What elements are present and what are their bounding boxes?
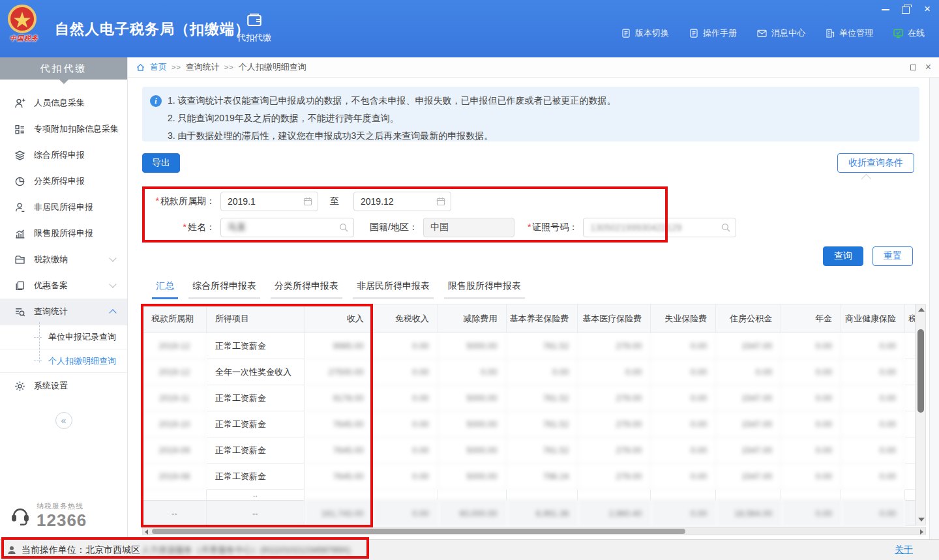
sidebar-item-restricted-stock[interactable]: 限售股所得申报	[0, 220, 127, 246]
panel-close-icon[interactable]: ×	[925, 63, 931, 72]
about-link[interactable]: 关于	[895, 544, 913, 556]
amount-cell: 1547.00	[716, 385, 781, 411]
sidebar-item-tax-payment[interactable]: 税款缴纳	[0, 246, 127, 273]
sidebar-subitem-unit-declaration-query[interactable]: 单位申报记录查询	[0, 325, 127, 349]
partial-cell	[305, 490, 373, 500]
partial-cell	[373, 490, 438, 500]
restore-icon[interactable]	[901, 4, 912, 14]
amount-cell: 5000.00	[438, 411, 507, 437]
amount-cell: 279.00	[578, 411, 651, 437]
scroll-up-icon[interactable]	[918, 308, 925, 312]
id-number-field[interactable]	[583, 218, 736, 237]
menu-unit-management[interactable]: 单位管理	[825, 27, 873, 39]
breadcrumb-home[interactable]: 首页	[150, 61, 167, 73]
income-item-cell: 正常工资薪金	[207, 333, 305, 359]
sidebar-item-personnel-info[interactable]: 人员信息采集	[0, 90, 127, 116]
breadcrumb-item: 查询统计	[186, 61, 220, 73]
export-button[interactable]: 导出	[142, 153, 180, 173]
table-row[interactable]: 2019-10正常工资薪金7645.000.005000.00761.52279…	[143, 411, 916, 437]
income-item-cell: 正常工资薪金	[207, 437, 305, 464]
calendar-icon[interactable]	[436, 196, 446, 207]
period-from-field[interactable]	[220, 192, 318, 211]
table-row[interactable]: 2019-09正常工资薪金7645.000.005000.00761.52279…	[143, 437, 916, 464]
minimize-icon[interactable]	[880, 4, 891, 14]
wallet-icon	[246, 12, 263, 27]
sidebar-item-label: 专项附加扣除信息采集	[34, 123, 119, 135]
sidebar-item-system-settings[interactable]: 系统设置	[0, 373, 127, 399]
menu-manual[interactable]: 操作手册	[689, 27, 737, 39]
sidebar-item-label: 非居民所得申报	[34, 201, 93, 213]
horizontal-scroll-thumb[interactable]	[152, 529, 685, 534]
period-label: *税款所属期：	[142, 196, 215, 207]
home-icon[interactable]	[136, 63, 145, 72]
amount-cell: 1547.00	[716, 333, 781, 359]
scroll-down-icon[interactable]	[918, 518, 925, 522]
amount-cell: 0.00	[651, 385, 716, 411]
amount-cell: 1547.00	[716, 411, 781, 437]
sidebar-item-preferential-filing[interactable]: 优惠备案	[0, 273, 127, 299]
nav-tab-label: 代扣代缴	[230, 32, 279, 44]
nav-tab-daikoudaijiao[interactable]: 代扣代缴	[230, 12, 279, 44]
scroll-left-icon[interactable]	[145, 529, 148, 535]
sidebar-subitem-label: 个人扣缴明细查询	[48, 355, 116, 367]
panel-maximize-icon[interactable]	[910, 65, 916, 70]
search-list-icon	[14, 306, 25, 317]
sidebar-item-nonresident-income[interactable]: 非居民所得申报	[0, 194, 127, 220]
vertical-scroll-thumb[interactable]	[917, 329, 924, 413]
sidebar-item-query-statistics[interactable]: 查询统计	[0, 299, 127, 325]
table-body: 2019-12正常工资薪金9985.000.005000.00761.52279…	[143, 333, 916, 526]
sidebar-item-special-deduction[interactable]: 专项附加扣除信息采集	[0, 116, 127, 142]
table-horizontal-scrollbar[interactable]	[142, 527, 926, 535]
scroll-right-icon[interactable]	[920, 529, 923, 535]
sidebar-item-label: 限售股所得申报	[34, 228, 93, 239]
search-icon[interactable]	[721, 222, 731, 233]
page-scrollbar-strip[interactable]	[929, 78, 939, 539]
query-button[interactable]: 查询	[823, 246, 863, 266]
close-icon[interactable]: ×	[922, 4, 932, 14]
partial-cell	[905, 490, 916, 500]
tab-classified-income[interactable]: 分类所得申报表	[271, 278, 342, 299]
sidebar-item-comprehensive-income[interactable]: 综合所得申报	[0, 142, 127, 168]
menu-version-switch[interactable]: 版本切换	[621, 27, 669, 39]
amount-cell: 0.00	[373, 437, 438, 464]
id-number-input[interactable]	[584, 218, 736, 237]
tab-nonresident-income[interactable]: 非居民所得申报表	[353, 278, 434, 299]
amount-cell: 7645.00	[305, 437, 373, 464]
form-row-person: *姓名： 国籍/地区： *证照号码：	[142, 218, 919, 237]
amount-cell: 5000.00	[438, 333, 507, 359]
amount-cell: 0.00	[716, 359, 781, 385]
table-row[interactable]: 2019-11正常工资薪金9178.000.005000.00761.52279…	[143, 385, 916, 411]
tab-comprehensive-income[interactable]: 综合所得申报表	[188, 278, 260, 299]
table-row[interactable]: 2019-12正常工资薪金9985.000.005000.00761.52279…	[143, 333, 916, 359]
amount-cell: 0.00	[507, 359, 578, 385]
name-input[interactable]	[221, 218, 353, 237]
collapse-caret-icon	[861, 174, 872, 184]
collapse-query-button[interactable]: 收折查询条件	[837, 153, 914, 173]
period-to-field[interactable]	[353, 192, 451, 211]
sidebar-subitem-personal-withholding-query[interactable]: 个人扣缴明细查询	[0, 349, 127, 373]
breadcrumb-item-current: 个人扣缴明细查询	[239, 61, 306, 73]
amount-cell: 761.52	[507, 333, 578, 359]
table-row[interactable]: 2019-12全年一次性奖金收入27500.000.000.000.000.00…	[143, 359, 916, 385]
sidebar-item-label: 人员信息采集	[34, 97, 85, 109]
folder-icon	[14, 254, 25, 265]
menu-message-center[interactable]: 消息中心	[756, 27, 805, 39]
reset-button[interactable]: 重置	[872, 246, 913, 266]
menu-label: 版本切换	[635, 27, 669, 39]
tab-summary[interactable]: 汇总	[152, 278, 178, 299]
search-icon[interactable]	[338, 222, 349, 233]
table-vertical-scrollbar[interactable]	[916, 304, 926, 525]
form-actions: 查询 重置	[823, 246, 913, 266]
app-window: 中国税务 自然人电子税务局（扣缴端） 代扣代缴 版本切换	[0, 0, 939, 560]
sidebar-collapse-button[interactable]: «	[55, 412, 72, 429]
name-field[interactable]	[220, 218, 354, 237]
tab-restricted-stock[interactable]: 限售股所得申报表	[444, 278, 525, 299]
amount-cell: 0.00	[841, 437, 905, 464]
partial-cell	[507, 490, 578, 500]
spacer-cell	[905, 464, 916, 490]
menu-online-status[interactable]: 在线	[893, 27, 925, 39]
calendar-icon[interactable]	[303, 196, 313, 207]
sidebar-item-classified-income[interactable]: 分类所得申报	[0, 168, 127, 194]
partial-cell	[651, 490, 716, 500]
table-row[interactable]: 2019-08正常工资薪金7645.000.005000.00798.24279…	[143, 464, 916, 490]
